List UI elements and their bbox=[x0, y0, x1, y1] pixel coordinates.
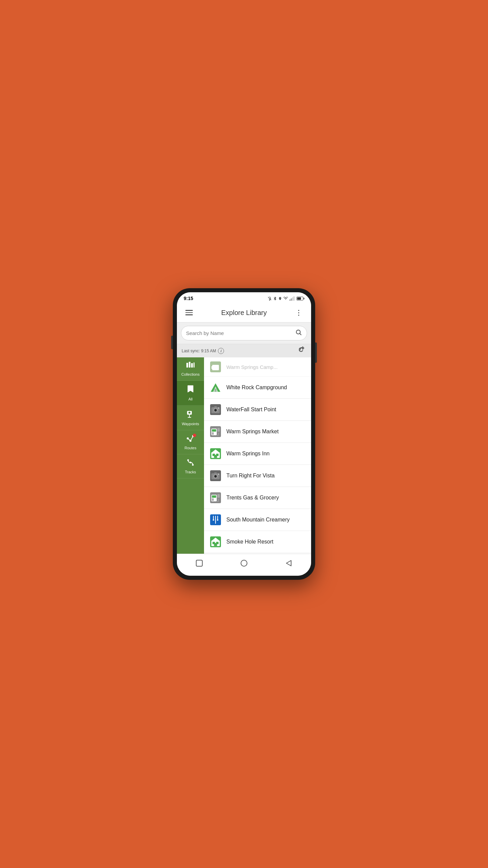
phone-screen: 9:15 bbox=[177, 292, 311, 576]
search-button[interactable] bbox=[295, 329, 302, 337]
svg-rect-17 bbox=[211, 366, 214, 369]
sidebar-item-all[interactable]: All bbox=[177, 381, 204, 406]
item-name-8: Smoke Hole Resort bbox=[226, 539, 273, 545]
all-label: All bbox=[188, 397, 192, 401]
search-area bbox=[177, 322, 311, 344]
refresh-icon bbox=[299, 346, 306, 354]
svg-rect-2 bbox=[189, 362, 190, 368]
routes-icon bbox=[186, 434, 195, 445]
svg-rect-1 bbox=[186, 363, 188, 368]
svg-rect-32 bbox=[217, 428, 220, 432]
svg-rect-26 bbox=[214, 406, 217, 408]
item-name-3: Warm Springs Market bbox=[226, 429, 279, 435]
sync-label: Last sync: 9:15 AM bbox=[182, 349, 216, 353]
svg-point-78 bbox=[241, 560, 247, 566]
gas-icon-2 bbox=[209, 492, 222, 504]
sidebar: Collections All bbox=[177, 357, 204, 554]
item-name-1: White Rock Campground bbox=[226, 384, 287, 391]
camera-icon-1 bbox=[209, 403, 222, 416]
svg-marker-79 bbox=[286, 560, 291, 566]
back-icon bbox=[285, 559, 292, 567]
gas-icon-1 bbox=[209, 426, 222, 438]
tracks-icon bbox=[186, 458, 195, 469]
all-icon bbox=[187, 385, 194, 396]
hamburger-icon bbox=[185, 310, 193, 315]
svg-rect-50 bbox=[212, 498, 214, 501]
nav-home-button[interactable] bbox=[233, 557, 255, 571]
mute-icon bbox=[267, 296, 272, 301]
item-name-2: WaterFall Start Point bbox=[226, 407, 276, 413]
more-options-button[interactable]: ⋮ bbox=[292, 306, 306, 319]
svg-rect-49 bbox=[212, 495, 216, 498]
tracks-label: Tracks bbox=[185, 470, 196, 474]
status-icons bbox=[267, 296, 304, 301]
camera-icon-2 bbox=[209, 470, 222, 482]
tent-icon-1 bbox=[209, 381, 222, 394]
list-item[interactable]: Warm Springs Inn bbox=[204, 443, 311, 465]
main-content: Collections All bbox=[177, 357, 311, 554]
list-item[interactable]: Warm Springs Market bbox=[204, 421, 311, 443]
circle-icon bbox=[240, 559, 248, 567]
signal-icon bbox=[289, 296, 294, 301]
svg-rect-4 bbox=[194, 362, 195, 368]
svg-point-6 bbox=[188, 412, 190, 414]
bottom-nav bbox=[177, 554, 311, 576]
waypoints-label: Waypoints bbox=[182, 422, 199, 426]
list-item[interactable]: WaterFall Start Point bbox=[204, 399, 311, 421]
phone-frame: 9:15 bbox=[173, 288, 315, 580]
svg-point-44 bbox=[215, 475, 216, 477]
search-bar bbox=[181, 326, 307, 340]
routes-badge bbox=[193, 434, 196, 437]
svg-rect-77 bbox=[196, 560, 202, 566]
sidebar-item-collections[interactable]: Collections bbox=[177, 357, 204, 381]
sync-info: Last sync: 9:15 AM i bbox=[182, 348, 224, 354]
status-bar: 9:15 bbox=[177, 292, 311, 303]
info-circle-icon[interactable]: i bbox=[218, 348, 224, 354]
menu-button[interactable] bbox=[182, 306, 196, 319]
svg-rect-51 bbox=[217, 494, 220, 498]
refresh-button[interactable] bbox=[299, 346, 306, 355]
sidebar-item-routes[interactable]: Routes bbox=[177, 430, 204, 454]
status-time: 9:15 bbox=[184, 296, 193, 301]
svg-rect-64 bbox=[214, 543, 217, 546]
svg-rect-3 bbox=[191, 363, 193, 368]
bluetooth-icon bbox=[273, 296, 277, 301]
list-area: Warm Springs Camp... White Rock Campgrou… bbox=[204, 357, 311, 554]
collections-icon bbox=[186, 361, 195, 371]
app-bar: Explore Library ⋮ bbox=[177, 303, 311, 322]
more-dots-icon: ⋮ bbox=[295, 309, 302, 317]
svg-point-46 bbox=[218, 474, 219, 475]
wifi-icon bbox=[283, 297, 288, 300]
routes-label: Routes bbox=[185, 446, 197, 450]
list-item[interactable]: Trents Gas & Grocery bbox=[204, 487, 311, 509]
svg-point-25 bbox=[215, 409, 216, 411]
svg-rect-45 bbox=[214, 472, 217, 474]
fork-icon-1 bbox=[209, 514, 222, 526]
list-item[interactable]: Smoke Hole Resort bbox=[204, 531, 311, 553]
list-item[interactable]: Turn Right For Vista bbox=[204, 465, 311, 487]
waypoints-icon bbox=[187, 410, 194, 420]
list-item[interactable]: South Mountain Creamery bbox=[204, 509, 311, 531]
list-item[interactable]: White Rock Campground bbox=[204, 377, 311, 399]
location-icon bbox=[278, 296, 282, 301]
partial-icon bbox=[209, 361, 222, 373]
item-name-6: Trents Gas & Grocery bbox=[226, 495, 279, 501]
nav-back-button[interactable] bbox=[278, 557, 299, 571]
item-name-7: South Mountain Creamery bbox=[226, 517, 290, 523]
svg-rect-31 bbox=[212, 432, 214, 435]
collections-label: Collections bbox=[181, 372, 200, 376]
battery-icon bbox=[297, 297, 304, 300]
item-name-5: Turn Right For Vista bbox=[226, 473, 274, 479]
sidebar-item-waypoints[interactable]: Waypoints bbox=[177, 406, 204, 430]
list-item-partial[interactable]: Warm Springs Camp... bbox=[204, 357, 311, 377]
partial-item-name: Warm Springs Camp... bbox=[226, 364, 278, 370]
search-input[interactable] bbox=[186, 330, 292, 336]
svg-point-11 bbox=[187, 438, 188, 439]
svg-rect-20 bbox=[215, 389, 216, 392]
sync-bar: Last sync: 9:15 AM i bbox=[177, 344, 311, 357]
svg-point-27 bbox=[218, 408, 219, 409]
square-icon bbox=[196, 559, 203, 567]
sidebar-item-tracks[interactable]: Tracks bbox=[177, 454, 204, 478]
app-bar-title: Explore Library bbox=[221, 309, 267, 317]
nav-square-button[interactable] bbox=[189, 557, 210, 571]
